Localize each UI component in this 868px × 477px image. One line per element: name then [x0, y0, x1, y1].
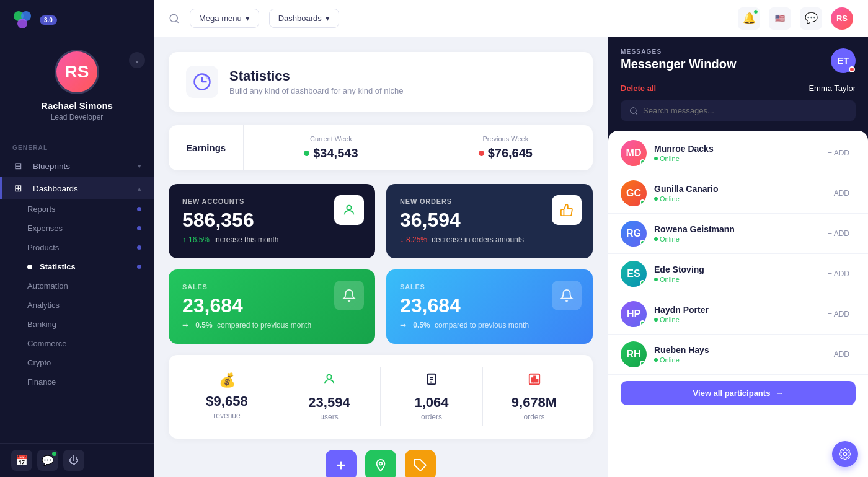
sales1-icon: [334, 281, 364, 310]
add-contact-munroe[interactable]: + ADD: [822, 146, 856, 160]
sales2-icon: [552, 281, 582, 310]
messenger-search-input[interactable]: [643, 106, 847, 115]
top-header: Mega menu ▾ Dashboards ▾ 🔔 🇺🇸 💬 RS: [154, 0, 868, 37]
svg-point-22: [844, 453, 847, 456]
sidebar-subitem-analytics[interactable]: Analytics: [0, 295, 154, 315]
sidebar-item-blueprints[interactable]: ⊟ Blueprints ▾: [0, 155, 154, 177]
orders2-label: orders: [523, 413, 544, 421]
stat-cards-grid: NEW ACCOUNTS 586,356 ↑ 16.5% increase th…: [169, 184, 593, 344]
thumbs-up-icon: [560, 203, 574, 217]
status-dot: [654, 157, 658, 160]
add-contact-gunilla[interactable]: + ADD: [822, 186, 856, 201]
view-all-label: View all participants: [693, 388, 771, 398]
view-all-participants-btn[interactable]: View all participants →: [621, 381, 856, 405]
online-dot: [640, 361, 645, 366]
up-arrow-icon: ↑: [182, 235, 186, 244]
sales1-sub: ➡ 0.5% compared to previous month: [182, 321, 361, 330]
tag-action-btn[interactable]: [405, 450, 436, 477]
add-action-btn[interactable]: [326, 450, 356, 477]
header-avatar[interactable]: RS: [831, 7, 853, 30]
add-contact-haydn[interactable]: + ADD: [822, 307, 856, 322]
mega-menu-chevron: ▾: [246, 14, 250, 23]
contact-list: MD Munroe Dacks Online + ADD GC: [608, 131, 868, 477]
power-icon-btn[interactable]: ⏻: [63, 450, 84, 471]
status-dot: [654, 358, 658, 362]
mega-menu-button[interactable]: Mega menu ▾: [190, 9, 259, 28]
current-week-value: $34,543: [304, 146, 358, 160]
current-week-stat: Current Week $34,543: [244, 125, 418, 170]
search-icon: [169, 13, 180, 24]
sales2-sub: ➡ 0.5% compared to previous month: [400, 321, 579, 330]
expenses-label: Expenses: [27, 224, 63, 233]
clipboard-icon: [425, 372, 438, 386]
chart-icon: [528, 372, 541, 386]
sidebar-item-label: Blueprints: [33, 162, 130, 171]
online-dot: [640, 199, 645, 205]
calendar-icon-btn[interactable]: 📅: [11, 450, 32, 471]
previous-week-value: $76,645: [479, 146, 533, 160]
dashboards-label: Dashboards: [278, 14, 322, 23]
contact-item-munroe[interactable]: MD Munroe Dacks Online + ADD: [608, 133, 868, 173]
mini-stats-row: 💰 $9,658 revenue 23,594 users: [169, 355, 593, 439]
new-accounts-icon: [334, 195, 364, 225]
contact-item-rowena[interactable]: RG Rowena Geistmann Online + ADD: [608, 214, 868, 254]
contact-item-gunilla[interactable]: GC Gunilla Canario Online + ADD: [608, 173, 868, 214]
messenger-avatar-initials: ET: [838, 56, 849, 66]
avatar-notification-dot: [849, 66, 855, 72]
svg-rect-15: [534, 376, 536, 382]
sidebar-subitem-banking[interactable]: Banking: [0, 315, 154, 334]
right-panel-messenger: MESSAGES Messenger Window ET Delete all …: [608, 37, 868, 477]
add-contact-ede[interactable]: + ADD: [822, 266, 856, 281]
contact-item-rueben[interactable]: RH Rueben Hays Online + ADD: [608, 335, 868, 375]
sidebar-subitem-finance[interactable]: Finance: [0, 372, 154, 392]
crypto-label: Crypto: [27, 358, 51, 367]
sidebar-subitem-crypto[interactable]: Crypto: [0, 353, 154, 372]
down-arrow-icon: ↓: [400, 235, 404, 244]
sidebar-subitem-reports[interactable]: Reports: [0, 199, 154, 219]
messenger-avatar[interactable]: ET: [831, 48, 856, 73]
stats-subtitle: Build any kind of dashboard for any kind…: [229, 86, 403, 95]
contact-status-munroe: Online: [654, 155, 814, 162]
sidebar-subitem-automation[interactable]: Automation: [0, 276, 154, 295]
add-contact-rueben[interactable]: + ADD: [822, 347, 856, 362]
messages-header-btn[interactable]: 💬: [800, 7, 822, 30]
messenger-search-icon: [629, 107, 638, 115]
contact-name-munroe: Munroe Dacks: [654, 144, 814, 154]
contact-item-haydn[interactable]: HP Haydn Porter Online + ADD: [608, 294, 868, 335]
svg-rect-16: [536, 380, 538, 382]
contact-info-rueben: Rueben Hays Online: [654, 345, 814, 364]
action-buttons: [169, 450, 593, 477]
dashboards-button[interactable]: Dashboards ▾: [269, 9, 339, 28]
sidebar-subitem-expenses[interactable]: Expenses: [0, 219, 154, 238]
stats-header-icon: [186, 66, 218, 98]
notifications-btn[interactable]: 🔔: [738, 7, 760, 30]
sidebar-subitem-commerce[interactable]: Commerce: [0, 334, 154, 353]
contact-name-rueben: Rueben Hays: [654, 345, 814, 355]
orders2-value: 9,678M: [512, 395, 557, 411]
delete-all-button[interactable]: Delete all: [621, 84, 656, 93]
add-contact-rowena[interactable]: + ADD: [822, 226, 856, 241]
contact-item-ede[interactable]: ES Ede Stoving Online + ADD: [608, 254, 868, 294]
location-action-btn[interactable]: [365, 450, 396, 477]
dashboards-icon: ⊞: [14, 183, 25, 194]
chat-icon-btn[interactable]: 💬: [37, 450, 58, 471]
settings-icon: [839, 448, 851, 460]
profile-toggle-btn[interactable]: ⌄: [129, 52, 145, 68]
search-trigger[interactable]: [169, 13, 180, 24]
settings-fab-btn[interactable]: [832, 441, 858, 467]
messenger-actions: Delete all Emma Taylor: [608, 79, 868, 100]
statistics-dot: [137, 265, 141, 269]
flag-btn[interactable]: 🇺🇸: [769, 7, 791, 30]
finance-label: Finance: [27, 377, 56, 387]
analytics-label: Analytics: [27, 300, 60, 310]
sidebar-subitem-statistics[interactable]: Statistics: [0, 257, 154, 276]
current-user-label: Emma Taylor: [808, 84, 856, 93]
revenue-value: $9,658: [206, 393, 247, 409]
users-icon: [322, 372, 336, 390]
sidebar-subitem-products[interactable]: Products: [0, 238, 154, 257]
sidebar-item-dashboards[interactable]: ⊞ Dashboards ▴: [0, 177, 154, 199]
status-dot: [654, 318, 658, 322]
previous-week-stat: Previous Week $76,645: [418, 125, 593, 170]
profile-section: ⌄ RS Rachael Simons Lead Developer: [0, 40, 154, 134]
contact-info-ede: Ede Stoving Online: [654, 265, 814, 283]
